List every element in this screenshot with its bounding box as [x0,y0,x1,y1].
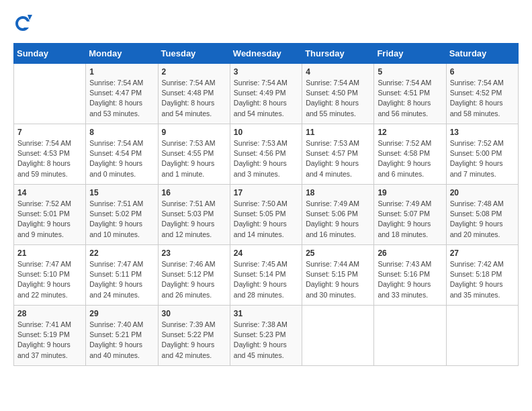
day-number: 28 [17,309,82,318]
day-info: Sunrise: 7:54 AM Sunset: 4:54 PM Dayligh… [89,138,154,179]
logo [13,13,35,32]
calendar-cell: 21Sunrise: 7:47 AM Sunset: 5:10 PM Dayli… [14,245,86,306]
calendar-cell: 20Sunrise: 7:48 AM Sunset: 5:08 PM Dayli… [446,185,518,245]
calendar-cell [446,306,518,366]
calendar-cell: 30Sunrise: 7:39 AM Sunset: 5:22 PM Dayli… [158,306,230,366]
day-number: 12 [378,128,442,137]
day-number: 18 [306,188,370,197]
day-info: Sunrise: 7:54 AM Sunset: 4:52 PM Dayligh… [450,78,515,119]
day-info: Sunrise: 7:46 AM Sunset: 5:12 PM Dayligh… [162,259,226,300]
day-number: 16 [162,188,226,197]
day-info: Sunrise: 7:45 AM Sunset: 5:14 PM Dayligh… [234,259,298,300]
day-info: Sunrise: 7:47 AM Sunset: 5:11 PM Dayligh… [89,259,154,300]
day-info: Sunrise: 7:47 AM Sunset: 5:10 PM Dayligh… [17,259,82,300]
weekday-header-friday: Friday [374,44,446,64]
calendar-cell [14,64,86,124]
calendar-week-4: 21Sunrise: 7:47 AM Sunset: 5:10 PM Dayli… [14,245,519,306]
day-info: Sunrise: 7:43 AM Sunset: 5:16 PM Dayligh… [378,259,442,300]
calendar-cell: 8Sunrise: 7:54 AM Sunset: 4:54 PM Daylig… [86,124,158,185]
day-number: 13 [450,128,515,137]
day-number: 29 [89,309,154,318]
day-number: 20 [450,188,515,197]
weekday-header-thursday: Thursday [302,44,374,64]
calendar-cell: 16Sunrise: 7:51 AM Sunset: 5:03 PM Dayli… [158,185,230,245]
weekday-header-row: SundayMondayTuesdayWednesdayThursdayFrid… [14,44,519,64]
calendar-table: SundayMondayTuesdayWednesdayThursdayFrid… [13,43,519,366]
day-info: Sunrise: 7:41 AM Sunset: 5:19 PM Dayligh… [17,320,82,361]
calendar-cell: 9Sunrise: 7:53 AM Sunset: 4:55 PM Daylig… [158,124,230,185]
day-info: Sunrise: 7:39 AM Sunset: 5:22 PM Dayligh… [162,320,226,361]
day-info: Sunrise: 7:54 AM Sunset: 4:47 PM Dayligh… [89,78,154,119]
day-info: Sunrise: 7:54 AM Sunset: 4:49 PM Dayligh… [234,78,298,119]
day-number: 7 [17,128,82,137]
day-info: Sunrise: 7:42 AM Sunset: 5:18 PM Dayligh… [450,259,515,300]
day-number: 25 [306,248,370,258]
calendar-cell: 27Sunrise: 7:42 AM Sunset: 5:18 PM Dayli… [446,245,518,306]
day-info: Sunrise: 7:53 AM Sunset: 4:55 PM Dayligh… [162,138,226,179]
day-number: 27 [450,248,515,258]
weekday-header-wednesday: Wednesday [230,44,302,64]
day-info: Sunrise: 7:54 AM Sunset: 4:53 PM Dayligh… [17,138,82,179]
day-info: Sunrise: 7:51 AM Sunset: 5:02 PM Dayligh… [89,199,154,240]
weekday-header-sunday: Sunday [14,44,86,64]
weekday-header-saturday: Saturday [446,44,518,64]
day-info: Sunrise: 7:53 AM Sunset: 4:57 PM Dayligh… [306,138,370,179]
day-info: Sunrise: 7:38 AM Sunset: 5:23 PM Dayligh… [234,320,298,361]
calendar-cell: 28Sunrise: 7:41 AM Sunset: 5:19 PM Dayli… [14,306,86,366]
calendar-cell: 19Sunrise: 7:49 AM Sunset: 5:07 PM Dayli… [374,185,446,245]
day-info: Sunrise: 7:54 AM Sunset: 4:50 PM Dayligh… [306,78,370,119]
day-number: 3 [234,67,298,77]
day-number: 21 [17,248,82,258]
day-number: 30 [162,309,226,318]
day-number: 22 [89,248,154,258]
calendar-cell: 23Sunrise: 7:46 AM Sunset: 5:12 PM Dayli… [158,245,230,306]
calendar-cell: 26Sunrise: 7:43 AM Sunset: 5:16 PM Dayli… [374,245,446,306]
calendar-week-5: 28Sunrise: 7:41 AM Sunset: 5:19 PM Dayli… [14,306,519,366]
day-info: Sunrise: 7:49 AM Sunset: 5:07 PM Dayligh… [378,199,442,240]
calendar-cell: 15Sunrise: 7:51 AM Sunset: 5:02 PM Dayli… [86,185,158,245]
calendar-week-2: 7Sunrise: 7:54 AM Sunset: 4:53 PM Daylig… [14,124,519,185]
calendar-week-1: 1Sunrise: 7:54 AM Sunset: 4:47 PM Daylig… [14,64,519,124]
day-info: Sunrise: 7:51 AM Sunset: 5:03 PM Dayligh… [162,199,226,240]
calendar-cell: 1Sunrise: 7:54 AM Sunset: 4:47 PM Daylig… [86,64,158,124]
calendar-cell: 31Sunrise: 7:38 AM Sunset: 5:23 PM Dayli… [230,306,302,366]
day-info: Sunrise: 7:54 AM Sunset: 4:51 PM Dayligh… [378,78,442,119]
day-info: Sunrise: 7:49 AM Sunset: 5:06 PM Dayligh… [306,199,370,240]
day-number: 14 [17,188,82,197]
logo-icon [13,13,32,32]
calendar-cell: 12Sunrise: 7:52 AM Sunset: 4:58 PM Dayli… [374,124,446,185]
day-info: Sunrise: 7:52 AM Sunset: 4:58 PM Dayligh… [378,138,442,179]
page-header [13,13,519,32]
day-info: Sunrise: 7:52 AM Sunset: 5:00 PM Dayligh… [450,138,515,179]
calendar-cell: 25Sunrise: 7:44 AM Sunset: 5:15 PM Dayli… [302,245,374,306]
day-number: 24 [234,248,298,258]
day-number: 9 [162,128,226,137]
day-number: 19 [378,188,442,197]
weekday-header-monday: Monday [86,44,158,64]
day-number: 17 [234,188,298,197]
day-number: 11 [306,128,370,137]
calendar-cell: 7Sunrise: 7:54 AM Sunset: 4:53 PM Daylig… [14,124,86,185]
day-info: Sunrise: 7:52 AM Sunset: 5:01 PM Dayligh… [17,199,82,240]
calendar-cell [302,306,374,366]
day-number: 10 [234,128,298,137]
calendar-cell: 22Sunrise: 7:47 AM Sunset: 5:11 PM Dayli… [86,245,158,306]
day-number: 1 [89,67,154,77]
calendar-cell: 11Sunrise: 7:53 AM Sunset: 4:57 PM Dayli… [302,124,374,185]
day-number: 26 [378,248,442,258]
day-number: 4 [306,67,370,77]
calendar-cell: 18Sunrise: 7:49 AM Sunset: 5:06 PM Dayli… [302,185,374,245]
day-info: Sunrise: 7:40 AM Sunset: 5:21 PM Dayligh… [89,320,154,361]
day-number: 31 [234,309,298,318]
day-number: 6 [450,67,515,77]
day-number: 23 [162,248,226,258]
calendar-cell: 5Sunrise: 7:54 AM Sunset: 4:51 PM Daylig… [374,64,446,124]
calendar-week-3: 14Sunrise: 7:52 AM Sunset: 5:01 PM Dayli… [14,185,519,245]
calendar-cell: 29Sunrise: 7:40 AM Sunset: 5:21 PM Dayli… [86,306,158,366]
calendar-cell: 14Sunrise: 7:52 AM Sunset: 5:01 PM Dayli… [14,185,86,245]
day-number: 15 [89,188,154,197]
calendar-cell: 2Sunrise: 7:54 AM Sunset: 4:48 PM Daylig… [158,64,230,124]
day-info: Sunrise: 7:50 AM Sunset: 5:05 PM Dayligh… [234,199,298,240]
weekday-header-tuesday: Tuesday [158,44,230,64]
calendar-cell: 4Sunrise: 7:54 AM Sunset: 4:50 PM Daylig… [302,64,374,124]
